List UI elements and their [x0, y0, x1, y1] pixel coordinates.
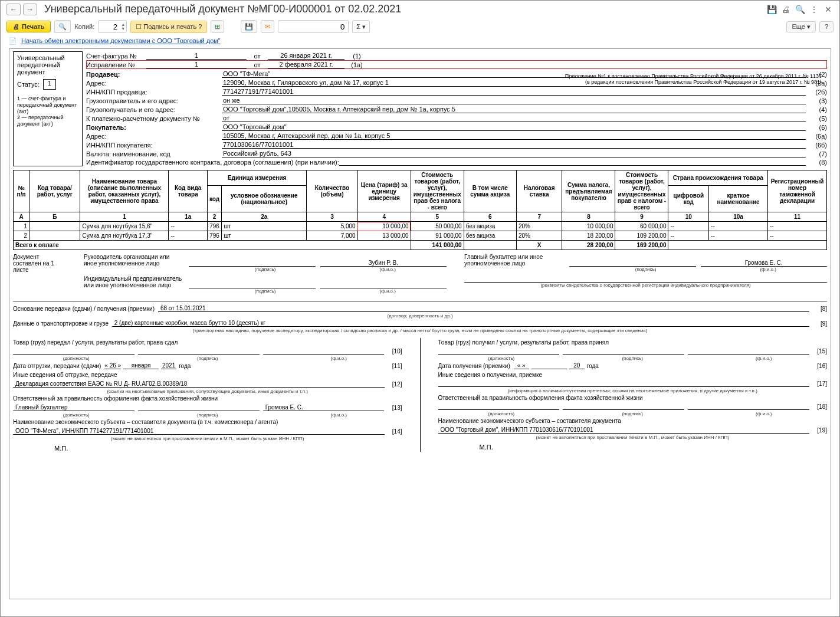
info-code: (5): [809, 115, 827, 122]
doctype-l2: передаточный: [17, 61, 78, 68]
sf-date-1: 26 января 2021 г.: [268, 52, 344, 60]
appendix-line2: (в редакции постановления Правительства …: [515, 80, 822, 86]
info-value: Российский рубль, 643: [222, 150, 806, 157]
copies-spinner[interactable]: ▲▼: [98, 20, 127, 33]
sub-sign-3: (подпись): [587, 267, 705, 272]
edo-link-row: 📄 Начать обмен электронными документами …: [1, 35, 839, 48]
sf-label-2: Исправление №: [86, 61, 143, 68]
basis-sub: (договор; доверенность и др.): [13, 313, 827, 319]
info-label: Продавец:: [86, 71, 222, 78]
sign-stamp-button[interactable]: ☐ Подпись и печать ?: [130, 21, 207, 33]
info-row: ИНН/КПП продавца: 7714277191/771401001 (…: [86, 87, 827, 96]
print-button[interactable]: 🖨Печать: [6, 21, 51, 32]
sigma-button[interactable]: Σ ▾: [352, 20, 370, 33]
disk-button[interactable]: 💾: [241, 20, 257, 33]
info-label: Грузоотправитель и его адрес:: [86, 97, 222, 104]
info-value: ООО "Торговый дом",105005, Москва г, Апт…: [222, 106, 806, 113]
chevron-down-icon[interactable]: ▼: [121, 27, 125, 31]
th-cn: краткое наименование: [709, 186, 768, 212]
info-code: (6): [809, 124, 827, 131]
idx-10a: 10а: [709, 212, 768, 222]
sf-no-1: 1: [146, 52, 247, 60]
bottom-left: Товар (груз) передал / услуги, результат…: [13, 338, 402, 452]
info-label: Идентификатор государственного контракта…: [86, 159, 339, 166]
xls-button[interactable]: ⊞: [211, 20, 224, 33]
preview-icon[interactable]: 🔍: [795, 4, 805, 15]
th-code: Код товара/ работ, услуг: [29, 170, 80, 212]
th-vid: Код вида товара: [169, 170, 207, 212]
info-label: ИНН/КПП продавца:: [86, 88, 222, 96]
edo-link[interactable]: Начать обмен электронными документами с …: [21, 37, 221, 44]
sf-suf-1: (1): [348, 52, 366, 60]
acc-label: Главный бухгалтер или иное уполномоченно…: [464, 254, 565, 267]
idx-a: А: [14, 212, 29, 222]
info-row: Идентификатор государственного контракта…: [86, 158, 827, 166]
window-title: Универсальный передаточный документ №МГ0…: [44, 3, 766, 15]
bottom-right: Товар (груз) получил / услуги, результат…: [438, 338, 828, 452]
sf-ot-1: от: [250, 52, 264, 60]
help-button[interactable]: ?: [819, 21, 834, 32]
appendix-note: Приложение №1 к постановлению Правительс…: [515, 74, 822, 86]
sub-fio-2: (ф.и.о.): [329, 288, 447, 294]
info-value: 7701030616/770101001: [222, 141, 806, 149]
idx-b: Б: [29, 212, 80, 222]
copies-input[interactable]: [99, 21, 120, 32]
acc-fio: Громова Е. С.: [701, 260, 828, 267]
info-row: Грузополучатель и его адрес: ООО "Торгов…: [86, 105, 827, 114]
th-cc: цифровой код: [668, 186, 709, 212]
idx-5: 5: [411, 212, 464, 222]
info-value: 7714277191/771401001: [222, 88, 806, 96]
info-row: Покупатель: ООО "Торговый дом" (6): [86, 123, 827, 132]
document-canvas[interactable]: Приложение №1 к постановлению Правительс…: [9, 48, 831, 599]
th-country: Страна происхождения товара: [668, 170, 768, 186]
info-row: Валюта: наименование, код Российский руб…: [86, 149, 827, 158]
sub-fio-1: (ф.и.о.): [329, 267, 447, 272]
th-npp: № п/п: [14, 170, 29, 212]
info-code: (3): [809, 97, 827, 104]
menu-icon[interactable]: ⋮: [809, 4, 819, 15]
table-row: 2Сумка для ноутбука 17,3"-- 796шт7,000 1…: [14, 231, 827, 241]
compiled-note: Документ составлен на 1 листе: [13, 254, 66, 294]
print-label: Печать: [22, 23, 44, 30]
basis-label: Основание передачи (сдачи) / получения (…: [13, 306, 155, 312]
sf-no-2: 1: [146, 61, 247, 68]
copies-label: Копий:: [74, 23, 94, 30]
idx-8: 8: [562, 212, 615, 222]
num-field[interactable]: [278, 20, 349, 33]
idx-4: 4: [357, 212, 411, 222]
th-name: Наименование товара (описание выполненны…: [80, 170, 169, 212]
info-value: 105005, Москва г, Аптекарский пер, дом №…: [222, 132, 806, 140]
more-label: Еще: [792, 23, 805, 30]
th-total: Стоимость товаров (работ, услуг), имущес…: [615, 170, 668, 212]
checkbox-icon: ☐: [136, 23, 143, 30]
close-icon[interactable]: ✕: [823, 4, 834, 15]
app-window: ← → Универсальный передаточный документ …: [0, 0, 840, 617]
items-table: № п/п Код товара/ работ, услуг Наименова…: [13, 170, 827, 250]
printer-icon: 🖨: [13, 23, 19, 30]
ip-detail: [464, 275, 827, 283]
sign-stamp-label: Подпись и печать ?: [143, 23, 202, 30]
sf-row-1: Счет-фактура № 1 от 26 января 2021 г. (1…: [86, 51, 827, 60]
title-bar: ← → Универсальный передаточный документ …: [1, 1, 839, 18]
idx-1a: 1а: [169, 212, 207, 222]
info-label: Адрес:: [86, 80, 222, 87]
chevron-up-icon[interactable]: ▲: [121, 22, 125, 27]
info-code: (7): [809, 150, 827, 157]
save-icon[interactable]: 💾: [766, 4, 777, 15]
more-button[interactable]: Еще ▾: [786, 21, 815, 32]
forward-button[interactable]: →: [23, 4, 37, 15]
info-value: ООО "Торговый дом": [222, 123, 806, 131]
sub-sign-2: (подпись): [206, 288, 324, 294]
sf-row-2: Исправление № 1 от 2 февраля 2021 г. (1а…: [86, 60, 827, 69]
mail-button[interactable]: ✉: [261, 20, 274, 33]
idx-7: 7: [516, 212, 562, 222]
back-button[interactable]: ←: [6, 4, 21, 15]
preview-button[interactable]: 🔍: [54, 20, 71, 33]
ip-label: Индивидуальный предприниматель или иное …: [84, 275, 184, 288]
table-row: 1Сумка для ноутбука 15,6"-- 796шт5,000 1…: [14, 222, 827, 231]
print-icon[interactable]: 🖨: [780, 4, 791, 15]
sub-fio-3: (ф.и.о.): [709, 267, 827, 272]
th-unit: Единица измерения: [207, 170, 306, 186]
idx-11: 11: [768, 212, 827, 222]
sign-area: Документ составлен на 1 листе Руководите…: [13, 250, 827, 301]
